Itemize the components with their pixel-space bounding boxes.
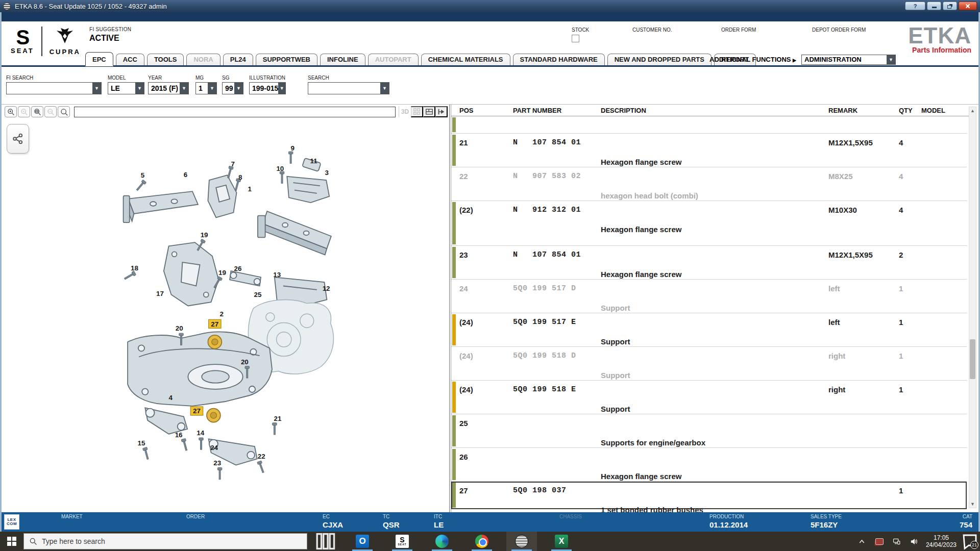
- taskbar-app-outlook[interactable]: O: [347, 532, 378, 551]
- callout[interactable]: 23: [213, 459, 221, 467]
- table-scrollbar[interactable]: ▲ ▼: [969, 107, 976, 508]
- window-close-button[interactable]: [959, 2, 977, 10]
- part-row[interactable]: 23 N 107 854 01 Hexagon flange screw (co…: [451, 246, 967, 280]
- callout[interactable]: 9: [291, 144, 295, 152]
- callout[interactable]: 15: [137, 439, 145, 447]
- callout[interactable]: 18: [131, 264, 138, 272]
- taskbar-app-chrome[interactable]: [467, 532, 497, 551]
- mg-dropdown[interactable]: 1▼: [195, 82, 217, 94]
- scroll-up-arrow[interactable]: ▲: [969, 107, 976, 114]
- callout[interactable]: 2: [220, 310, 224, 318]
- split-icon-button[interactable]: [423, 106, 435, 117]
- taskbar-app-seat[interactable]: SSEAT: [387, 532, 418, 551]
- part-row[interactable]: 24 5Q0 199 517 D Support D >> - 26.05.20…: [451, 280, 967, 313]
- tray-expand-button[interactable]: [853, 532, 871, 551]
- main-tab[interactable]: NORA: [186, 54, 220, 65]
- part-row[interactable]: (24) 5Q0 199 518 D Support D >> - 26.05.…: [451, 347, 967, 381]
- tray-teamviewer[interactable]: [871, 532, 888, 551]
- fi-search-dropdown[interactable]: ▼: [6, 82, 102, 94]
- main-tab[interactable]: SUPPORTWEB: [256, 54, 317, 65]
- callout[interactable]: 26: [234, 265, 241, 272]
- callout[interactable]: 20: [176, 324, 183, 332]
- window-titlebar[interactable]: ETKA 8.6 - Seat Update 1025 / 1052 - 493…: [0, 0, 980, 12]
- window-restore-button[interactable]: [943, 2, 957, 10]
- callout[interactable]: 20: [241, 358, 249, 366]
- grid-icon-button[interactable]: [411, 106, 423, 117]
- callout[interactable]: 10: [276, 165, 284, 172]
- callout-highlighted[interactable]: 27: [209, 319, 221, 328]
- part-row[interactable]: 22 N 907 583 02 hexagon head bolt (combi…: [451, 167, 967, 201]
- main-tab[interactable]: AUTOPART: [368, 54, 419, 65]
- zoom-window-icon-button[interactable]: [31, 106, 43, 117]
- callout[interactable]: 25: [254, 291, 262, 298]
- tray-network[interactable]: [888, 532, 905, 551]
- scroll-down-arrow[interactable]: ▼: [969, 500, 976, 508]
- administration-dropdown[interactable]: ADMINISTRATION ▼: [801, 55, 896, 65]
- pointer-right-icon-button[interactable]: [435, 106, 448, 117]
- part-row[interactable]: 26 Hexagon flange screw Not for this mod…: [451, 448, 967, 482]
- part-row[interactable]: (24) 5Q0 199 517 E Support D - 27.05.201…: [451, 313, 967, 347]
- start-button[interactable]: [0, 532, 23, 551]
- view-3d-button[interactable]: 3D: [399, 106, 411, 117]
- taskbar-app-excel[interactable]: X: [546, 532, 577, 551]
- callout[interactable]: 7: [231, 160, 234, 168]
- callout[interactable]: 11: [310, 157, 318, 165]
- part-number-value: N 912 312 01: [513, 205, 581, 215]
- part-row[interactable]: 21 N 107 854 01 Hexagon flange screw (co…: [451, 134, 967, 167]
- part-row[interactable]: (22) N 912 312 01 Hexagon flange screw (…: [451, 201, 967, 246]
- model-dropdown[interactable]: LE▼: [108, 82, 144, 94]
- callout[interactable]: 1: [248, 185, 252, 193]
- window-help-button[interactable]: ?: [905, 2, 925, 10]
- callout-highlighted[interactable]: 27: [190, 407, 203, 415]
- callout[interactable]: 8: [238, 173, 242, 181]
- window-minimize-button[interactable]: [927, 2, 941, 10]
- callout[interactable]: 14: [197, 429, 204, 437]
- zoom-in-icon-button[interactable]: [5, 106, 17, 117]
- main-tab[interactable]: STANDARD HARDWARE: [513, 54, 605, 65]
- zoom-find-icon-button[interactable]: [58, 106, 70, 117]
- callout[interactable]: 19: [218, 269, 226, 277]
- scrollbar-thumb[interactable]: [970, 339, 975, 379]
- taskbar-clock[interactable]: 17:05 24/04/2023: [926, 534, 957, 548]
- illustration-dropdown[interactable]: 199-015▼: [249, 82, 286, 94]
- illustration-note-input[interactable]: [74, 107, 396, 117]
- callout[interactable]: 21: [274, 415, 282, 422]
- main-tab[interactable]: CHEMICAL MATERIALS: [421, 54, 510, 65]
- callout[interactable]: 6: [184, 171, 187, 179]
- part-row[interactable]: (24) 5Q0 199 518 E Support D - 27.05.201…: [451, 381, 967, 414]
- additional-functions-menu[interactable]: ADDITIONAL FUNCTIONS ▶: [709, 56, 796, 63]
- part-row[interactable]: [451, 116, 967, 134]
- callout[interactable]: 22: [258, 453, 265, 460]
- exploded-parts-illustration[interactable]: 5678191011319181917262513122202720427211…: [6, 123, 448, 509]
- callout[interactable]: 17: [156, 290, 164, 297]
- zoom-out-icon-button[interactable]: [18, 106, 30, 117]
- tray-volume[interactable]: [905, 532, 923, 551]
- notification-center-button[interactable]: 21: [960, 532, 980, 551]
- callout[interactable]: 19: [201, 231, 208, 239]
- callout[interactable]: 13: [273, 271, 281, 279]
- part-row[interactable]: 27 5Q0 198 037 1 set bonded rubber bushe…: [451, 482, 967, 509]
- year-dropdown[interactable]: 2015 (F)▼: [148, 82, 189, 94]
- task-view-button[interactable]: [313, 532, 338, 551]
- callout[interactable]: 3: [325, 169, 329, 177]
- svg-text:21: 21: [274, 415, 282, 422]
- zoom-100-icon-button[interactable]: 100: [44, 106, 57, 117]
- taskbar-search-input[interactable]: Type here to search: [23, 533, 307, 549]
- main-tab[interactable]: PL24: [223, 54, 253, 65]
- stock-checkbox[interactable]: [572, 35, 579, 42]
- main-tab[interactable]: ACC: [116, 54, 144, 65]
- part-row[interactable]: 25 Supports for engine/gearbox Not for t…: [451, 414, 967, 448]
- callout[interactable]: 12: [323, 285, 330, 292]
- main-tab[interactable]: TOOLS: [147, 54, 184, 65]
- main-tab[interactable]: NEW AND DROPPED PARTS: [607, 54, 712, 65]
- callout[interactable]: 24: [210, 444, 218, 452]
- main-tab[interactable]: INFOLINE: [320, 54, 365, 65]
- callout[interactable]: 5: [141, 171, 145, 179]
- callout[interactable]: 4: [169, 394, 173, 402]
- callout[interactable]: 16: [175, 431, 183, 439]
- sg-dropdown[interactable]: 99▼: [222, 82, 243, 94]
- taskbar-app-edge[interactable]: [427, 532, 457, 551]
- search-dropdown[interactable]: ▼: [308, 82, 389, 94]
- main-tab[interactable]: EPC: [85, 52, 113, 66]
- taskbar-app-etka[interactable]: [506, 532, 537, 551]
